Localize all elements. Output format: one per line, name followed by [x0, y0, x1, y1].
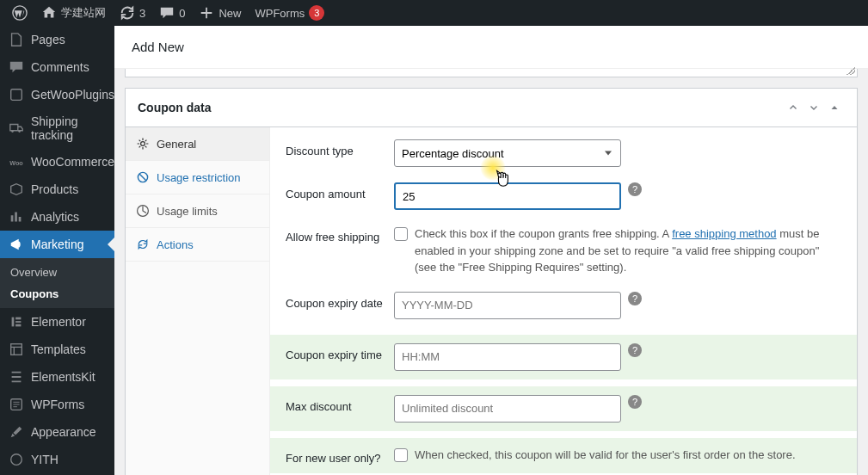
elementor-icon: [9, 314, 24, 330]
sidebar-item-elementskit[interactable]: ElementsKit: [0, 363, 114, 391]
wordpress-icon: [12, 5, 28, 21]
limits-icon: [136, 204, 150, 218]
free-shipping-text: Check this box if the coupon grants free…: [415, 225, 841, 276]
svg-rect-9: [11, 344, 22, 355]
help-icon[interactable]: ?: [628, 395, 642, 409]
tab-label: General: [157, 138, 196, 151]
wpforms-badge: 3: [309, 5, 324, 21]
box-icon: [9, 182, 24, 197]
plus-icon: [199, 5, 214, 21]
tab-general[interactable]: General: [126, 127, 269, 161]
svg-point-11: [11, 454, 22, 466]
tab-label: Actions: [157, 238, 194, 251]
panel-toggle[interactable]: [824, 97, 845, 118]
sidebar-subitem-coupons[interactable]: Coupons: [0, 283, 114, 305]
wpforms-link[interactable]: WPForms3: [248, 0, 331, 26]
sidebar-item-label: Analytics: [31, 210, 79, 224]
help-icon[interactable]: ?: [628, 182, 642, 196]
gear-icon: [136, 137, 150, 151]
new-label: New: [219, 7, 241, 20]
svg-rect-6: [15, 318, 21, 320]
sidebar-item-label: Templates: [31, 342, 86, 356]
free-shipping-checkbox[interactable]: [394, 227, 408, 241]
comment-icon: [9, 59, 24, 75]
new-link[interactable]: New: [192, 0, 248, 26]
sidebar-item-label: WooCommerce: [31, 155, 114, 169]
coupon-amount-label: Coupon amount: [286, 182, 394, 200]
tab-label: Usage limits: [157, 205, 218, 218]
svg-point-2: [11, 130, 14, 133]
svg-rect-8: [15, 324, 21, 327]
wp-logo[interactable]: [5, 0, 34, 26]
page-icon: [9, 32, 24, 47]
sidebar-item-wpforms[interactable]: WPForms: [0, 391, 114, 418]
sidebar-item-products[interactable]: Products: [0, 176, 114, 203]
sidebar-item-label: Appearance: [31, 425, 96, 439]
expiry-time-input[interactable]: [394, 343, 621, 371]
panel-up[interactable]: [783, 97, 803, 118]
chart-icon: [9, 209, 24, 225]
max-discount-input[interactable]: [394, 395, 621, 423]
comments-count: 0: [179, 7, 185, 20]
comments-link[interactable]: 0: [152, 0, 192, 26]
sidebar-item-label: YITH: [31, 453, 58, 466]
sidebar-item-getwooplugins[interactable]: GetWooPlugins: [0, 81, 114, 108]
sidebar-item-woocommerce[interactable]: WooWooCommerce: [0, 148, 114, 176]
comment-icon: [159, 5, 175, 21]
plugin-icon: [9, 87, 24, 102]
brush-icon: [9, 424, 24, 440]
sidebar-item-label: GetWooPlugins: [31, 88, 114, 102]
sidebar-item-label: Pages: [31, 33, 65, 46]
free-shipping-link[interactable]: free shipping method: [672, 227, 776, 240]
expiry-date-input[interactable]: [394, 292, 621, 319]
truck-icon: [9, 120, 24, 136]
expiry-time-label: Coupon expiry time: [286, 343, 394, 361]
sidebar-item-pages[interactable]: Pages: [0, 26, 114, 53]
tab-label: Usage restriction: [157, 171, 241, 184]
description-editor[interactable]: [125, 69, 858, 77]
sidebar-item-appearance[interactable]: Appearance: [0, 418, 114, 446]
sidebar-item-marketing[interactable]: Marketing: [0, 231, 114, 258]
sidebar-item-templates[interactable]: Templates: [0, 336, 114, 363]
yith-icon: [9, 452, 24, 467]
sidebar-item-label: WPForms: [31, 398, 84, 411]
sidebar-item-analytics[interactable]: Analytics: [0, 203, 114, 231]
new-user-label: For new user only?: [286, 447, 394, 465]
site-home[interactable]: 学建站网: [34, 0, 113, 26]
tab-actions[interactable]: Actions: [126, 228, 269, 262]
svg-rect-1: [11, 89, 22, 101]
svg-text:Woo: Woo: [9, 159, 23, 167]
panel-down[interactable]: [803, 97, 824, 118]
svg-rect-7: [15, 321, 21, 323]
expiry-date-label: Coupon expiry date: [286, 292, 394, 310]
tab-usage-limits[interactable]: Usage limits: [126, 194, 269, 228]
ekit-icon: [9, 369, 24, 385]
discount-type-select[interactable]: Percentage discount: [394, 139, 621, 167]
new-user-checkbox[interactable]: [394, 448, 408, 462]
sidebar-item-elementor[interactable]: Elementor: [0, 308, 114, 336]
free-shipping-label: Allow free shipping: [286, 225, 394, 244]
sidebar-item-label: Marketing: [31, 238, 83, 251]
refresh[interactable]: 3: [113, 0, 152, 26]
help-icon[interactable]: ?: [628, 292, 642, 305]
wpforms-icon: [9, 397, 24, 412]
sidebar-subitem-overview[interactable]: Overview: [0, 262, 114, 283]
tab-usage-restriction[interactable]: Usage restriction: [126, 161, 269, 194]
refresh-icon: [120, 5, 135, 21]
discount-type-label: Discount type: [286, 139, 394, 157]
svg-point-3: [18, 130, 21, 133]
woo-icon: Woo: [9, 154, 24, 170]
site-name: 学建站网: [61, 5, 106, 21]
refresh-count: 3: [139, 7, 145, 20]
ban-icon: [136, 170, 150, 184]
sidebar-item-shipping-tracking[interactable]: Shipping tracking: [0, 108, 114, 148]
mega-icon: [9, 237, 24, 252]
help-icon[interactable]: ?: [628, 343, 642, 357]
sidebar-item-label: Products: [31, 182, 78, 196]
sidebar-item-yith[interactable]: YITH: [0, 446, 114, 473]
page-title: Add New: [114, 26, 868, 69]
wpforms-label: WPForms: [255, 7, 305, 20]
max-discount-label: Max discount: [286, 395, 394, 413]
coupon-amount-input[interactable]: [394, 182, 621, 210]
sidebar-item-comments[interactable]: Comments: [0, 53, 114, 81]
